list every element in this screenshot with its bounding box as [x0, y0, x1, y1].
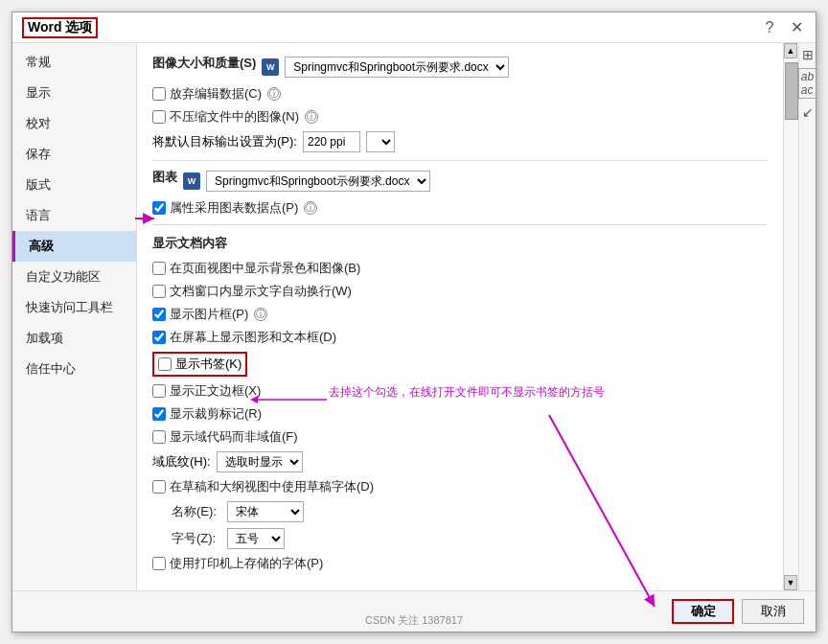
use-draft-fonts-checkbox[interactable]	[152, 480, 166, 494]
sidebar-item-校对[interactable]: 校对	[12, 108, 136, 139]
dialog-body: 常规显示校对保存版式语言高级自定义功能区快速访问工具栏加载项信任中心 图像大小和…	[12, 43, 816, 590]
image-section-title: 图像大小和质量(S)	[152, 55, 256, 72]
no-compress-row: 不压缩文件中的图像(N) ⓘ	[152, 108, 768, 126]
font-name-row: 名称(E): 宋体	[152, 501, 768, 522]
show-bg-label: 在页面视图中显示背景色和图像(B)	[152, 260, 360, 277]
chart-section-title: 图表	[152, 169, 177, 186]
no-compress-checkbox[interactable]	[152, 110, 166, 124]
sidebar-item-显示[interactable]: 显示	[12, 78, 136, 108]
use-chart-data-info[interactable]: ⓘ	[304, 201, 317, 215]
show-bg-checkbox[interactable]	[152, 262, 166, 275]
image-section-header: 图像大小和质量(S) W Springmvc和Springboot示例要求.do…	[152, 55, 768, 80]
show-shapes-row: 在屏幕上显示图形和文本框(D)	[152, 329, 768, 346]
scrollbar-thumb[interactable]	[785, 62, 798, 120]
chart-file-dropdown[interactable]: Springmvc和Springboot示例要求.docx	[206, 171, 430, 192]
show-shapes-label: 在屏幕上显示图形和文本框(D)	[152, 329, 336, 346]
image-file-dropdown[interactable]: Springmvc和Springboot示例要求.docx	[285, 57, 509, 78]
title-bar: Word 选项 ? ✕	[12, 12, 816, 43]
sidebar-item-常规[interactable]: 常规	[12, 47, 136, 78]
use-draft-fonts-row: 在草稿和大纲视图中使用草稿字体(D)	[152, 478, 768, 495]
use-printer-fonts-label: 使用打印机上存储的字体(P)	[152, 555, 323, 572]
right-panel: ⊞ abac ↙	[798, 43, 816, 590]
sidebar-item-版式[interactable]: 版式	[12, 170, 136, 200]
show-field-codes-row: 显示域代码而非域值(F)	[152, 428, 768, 446]
show-bookmarks-highlighted: 显示书签(K)	[152, 352, 247, 377]
sidebar-item-高级[interactable]: 高级	[12, 231, 136, 262]
word-options-dialog: Word 选项 ? ✕ 常规显示校对保存版式语言高级自定义功能区快速访问工具栏加…	[12, 12, 816, 632]
use-chart-data-row: 属性采用图表数据点(P) ⓘ	[152, 199, 768, 217]
close-button[interactable]: ✕	[787, 18, 806, 36]
chart-section-header: 图表 W Springmvc和Springboot示例要求.docx	[152, 169, 768, 194]
show-text-boundaries-label: 显示正文边框(X)	[152, 382, 261, 400]
show-field-codes-label: 显示域代码而非域值(F)	[152, 428, 298, 446]
use-printer-fonts-checkbox[interactable]	[152, 557, 166, 570]
show-field-codes-checkbox[interactable]	[152, 430, 166, 444]
footer: CSDN 关注 1387817 确定 取消	[12, 590, 816, 632]
show-bookmarks-row: 显示书签(K)	[152, 352, 768, 377]
show-bookmarks-checkbox[interactable]	[158, 357, 172, 371]
right-icon-1[interactable]: ⊞	[802, 47, 814, 62]
show-picture-frames-label: 显示图片框(P)	[152, 306, 248, 323]
show-text-boundaries-row: 显示正文边框(X)	[152, 382, 768, 400]
sidebar-item-信任中心[interactable]: 信任中心	[12, 354, 136, 384]
help-button[interactable]: ?	[760, 19, 779, 36]
ppi-row: 将默认目标输出设置为(P):	[152, 131, 768, 152]
show-picture-frames-info[interactable]: ⓘ	[254, 308, 267, 321]
font-size-row: 字号(Z): 五号	[152, 528, 768, 549]
chart-file-icon: W	[183, 172, 200, 190]
dialog-title: Word 选项	[22, 17, 98, 38]
use-draft-fonts-label: 在草稿和大纲视图中使用草稿字体(D)	[152, 478, 374, 495]
discard-editing-info[interactable]: ⓘ	[267, 87, 281, 101]
sidebar-item-快速访问工具栏[interactable]: 快速访问工具栏	[12, 292, 136, 323]
discard-editing-row: 放弃编辑数据(C) ⓘ	[152, 85, 768, 103]
font-size-dropdown[interactable]: 五号	[227, 528, 285, 549]
show-text-wrap-checkbox[interactable]	[152, 285, 166, 298]
show-picture-frames-checkbox[interactable]	[152, 308, 166, 321]
discard-editing-checkbox[interactable]	[152, 87, 166, 101]
font-name-dropdown[interactable]: 宋体	[227, 501, 304, 522]
scrollbar-down-arrow[interactable]: ▼	[784, 575, 797, 590]
sidebar: 常规显示校对保存版式语言高级自定义功能区快速访问工具栏加载项信任中心	[12, 43, 137, 590]
cancel-button[interactable]: 取消	[742, 599, 804, 624]
watermark: CSDN 关注 1387817	[365, 613, 463, 628]
right-icon-2[interactable]: abac	[798, 68, 816, 99]
show-text-wrap-label: 文档窗口内显示文字自动换行(W)	[152, 283, 352, 300]
scrollbar-up-arrow[interactable]: ▲	[784, 43, 797, 58]
sidebar-item-加载项[interactable]: 加载项	[12, 323, 136, 354]
show-crop-marks-checkbox[interactable]	[152, 407, 166, 421]
window-controls: ? ✕	[760, 18, 806, 36]
use-chart-data-label: 属性采用图表数据点(P)	[152, 199, 298, 217]
no-compress-info[interactable]: ⓘ	[305, 110, 318, 124]
display-section-title: 显示文档内容	[152, 235, 768, 252]
show-text-wrap-row: 文档窗口内显示文字自动换行(W)	[152, 283, 768, 300]
show-bg-row: 在页面视图中显示背景色和图像(B)	[152, 260, 768, 277]
ppi-dropdown[interactable]	[366, 131, 395, 152]
show-crop-marks-row: 显示裁剪标记(R)	[152, 405, 768, 423]
sidebar-item-自定义功能区[interactable]: 自定义功能区	[12, 262, 136, 292]
sidebar-item-语言[interactable]: 语言	[12, 200, 136, 231]
main-scrollbar[interactable]: ▲ ▼	[783, 43, 798, 590]
field-shading-dropdown[interactable]: 选取时显示	[217, 451, 303, 472]
discard-editing-label: 放弃编辑数据(C)	[152, 85, 262, 103]
field-shading-row: 域底纹(H): 选取时显示	[152, 451, 768, 472]
no-compress-label: 不压缩文件中的图像(N)	[152, 108, 299, 126]
show-picture-frames-row: 显示图片框(P) ⓘ	[152, 306, 768, 323]
use-chart-data-checkbox[interactable]	[152, 201, 166, 215]
show-text-boundaries-checkbox[interactable]	[152, 384, 166, 398]
ppi-input[interactable]	[303, 131, 360, 152]
sidebar-item-保存[interactable]: 保存	[12, 139, 136, 170]
right-icon-3[interactable]: ↙	[802, 104, 814, 120]
show-shapes-checkbox[interactable]	[152, 331, 166, 344]
image-file-icon: W	[262, 58, 279, 76]
use-printer-fonts-row: 使用打印机上存储的字体(P)	[152, 555, 768, 572]
ok-button[interactable]: 确定	[672, 599, 734, 624]
show-crop-marks-label: 显示裁剪标记(R)	[152, 405, 262, 423]
main-content: 图像大小和质量(S) W Springmvc和Springboot示例要求.do…	[137, 43, 783, 590]
